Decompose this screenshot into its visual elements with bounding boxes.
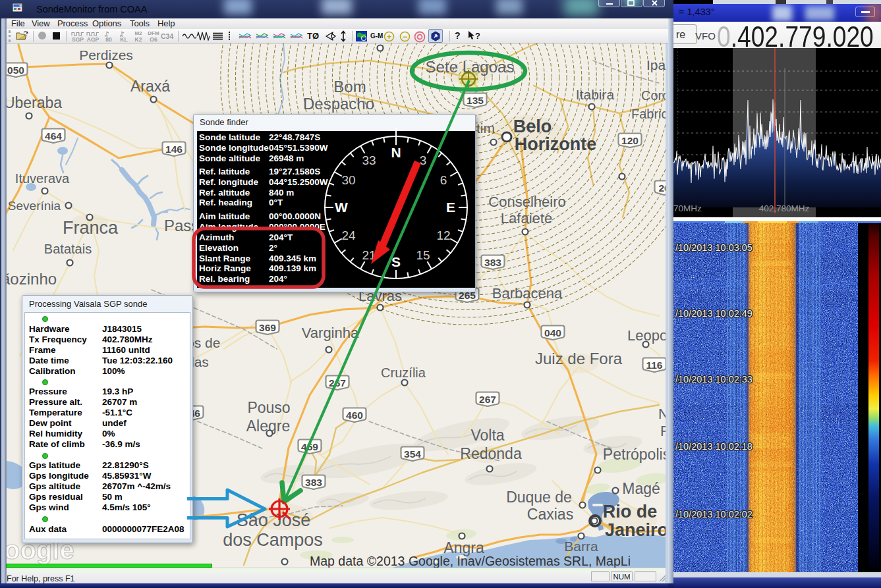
svg-text:N: N bbox=[391, 145, 401, 160]
svg-text:/10/2013 10:02:33: /10/2013 10:02:33 bbox=[675, 374, 753, 385]
svg-text:W: W bbox=[335, 200, 348, 215]
svg-text:70MHz: 70MHz bbox=[673, 203, 702, 213]
svg-text:6: 6 bbox=[440, 173, 447, 187]
svg-text:15: 15 bbox=[416, 248, 430, 262]
svg-text:E: E bbox=[446, 200, 455, 215]
svg-text:/10/2013 10:03:05: /10/2013 10:03:05 bbox=[675, 242, 753, 253]
svg-text:24: 24 bbox=[341, 228, 356, 242]
svg-text:3: 3 bbox=[420, 153, 427, 167]
svg-text:12: 12 bbox=[436, 228, 450, 242]
svg-text:/10/2013 10:02:02: /10/2013 10:02:02 bbox=[675, 509, 753, 520]
svg-text:?: ? bbox=[475, 31, 480, 41]
svg-text:/10/2013 10:02:18: /10/2013 10:02:18 bbox=[675, 441, 753, 452]
svg-text:−: − bbox=[403, 32, 407, 41]
svg-text:S: S bbox=[391, 254, 401, 269]
svg-text:/10/2013 10:02:49: /10/2013 10:02:49 bbox=[675, 308, 753, 319]
svg-text:30: 30 bbox=[341, 173, 355, 187]
svg-text:402,780MHz: 402,780MHz bbox=[759, 203, 810, 213]
svg-text:+: + bbox=[387, 32, 391, 41]
svg-text:33: 33 bbox=[362, 153, 376, 167]
